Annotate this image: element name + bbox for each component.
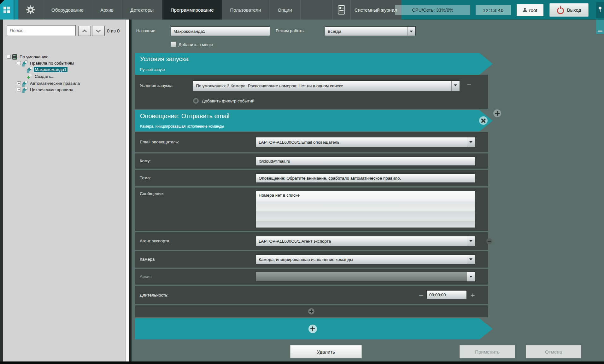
tree-item-cyclic-rules[interactable]: Циклические правила: [17, 86, 74, 93]
settings-gear-tab[interactable]: [18, 0, 43, 20]
journal-icon: [337, 5, 345, 15]
macro-tree-sidebar: 0 из 0 По умолчанию Правила по событиям …: [3, 20, 126, 361]
export-agent-row: Агент экспорта LAPTOP-A1L6J0C6/1.Агент э…: [135, 232, 488, 250]
current-user-button[interactable]: root: [517, 4, 543, 16]
tree-item-label[interactable]: Создать...: [34, 74, 56, 79]
cancel-button[interactable]: Отмена: [526, 345, 581, 358]
macro-name-input[interactable]: [171, 26, 270, 36]
expand-expander-icon[interactable]: [17, 81, 21, 85]
dropdown-arrow-icon[interactable]: [467, 137, 475, 147]
add-section-plus-icon[interactable]: [308, 325, 317, 333]
window-left-edge: [0, 20, 3, 361]
dropdown-arrow-icon[interactable]: [467, 255, 475, 264]
camera-label: Камера: [140, 257, 155, 262]
add-filter-label[interactable]: Добавить фильтр событий: [202, 99, 254, 103]
email-notifier-value: LAPTOP-A1L6J0C6/1.Email оповещатель: [256, 137, 467, 147]
tab-programming[interactable]: Программирование: [162, 0, 222, 20]
conditions-section-banner[interactable]: Условия запуска Ручной запуск: [135, 53, 493, 75]
add-to-menu-checkbox[interactable]: [171, 42, 176, 47]
mode-value: Всегда: [325, 27, 407, 36]
archive-row: Архив: [135, 269, 488, 285]
tab-detectors[interactable]: Детекторы: [122, 0, 162, 20]
tree-item-label-selected[interactable]: Макрокоманда1: [34, 67, 67, 72]
remove-export-agent-minus-icon[interactable]: [486, 238, 492, 244]
tree-item-event-rules[interactable]: Правила по событиям: [17, 60, 75, 66]
email-notifier-label: Email оповещатель:: [140, 140, 179, 144]
tab-archive[interactable]: Архив: [92, 0, 122, 20]
tab-equipment[interactable]: Оборудование: [43, 0, 92, 20]
macro-rule-icon: [22, 81, 27, 86]
message-textarea[interactable]: Номера нет в списке: [256, 191, 475, 228]
logo-accent-strip: [15, 0, 18, 20]
search-result-count: 0 из 0: [107, 28, 120, 33]
search-input[interactable]: [7, 25, 76, 36]
export-agent-dropdown[interactable]: LAPTOP-A1L6J0C6/1.Агент экспорта: [256, 236, 475, 246]
add-action-plus-icon[interactable]: [493, 109, 501, 117]
to-input[interactable]: [256, 156, 475, 166]
email-notifier-row: Email оповещатель: LAPTOP-A1L6J0C6/1.Ema…: [135, 132, 488, 152]
search-prev-button[interactable]: [78, 26, 91, 36]
action-title: Оповещение: Отправить email: [140, 113, 229, 120]
tree-item-label[interactable]: Автоматические правила: [29, 81, 81, 86]
user-name: root: [529, 8, 537, 13]
remove-condition-minus-icon[interactable]: −: [467, 82, 471, 88]
action-section-banner[interactable]: Оповещение: Отправить email Камера, иниц…: [135, 110, 493, 131]
tree-item-automatic-rules[interactable]: Автоматические правила: [17, 80, 81, 86]
app-logo[interactable]: [0, 0, 14, 20]
collapse-expander-icon[interactable]: [7, 55, 11, 59]
macro-rule-icon: [22, 87, 27, 92]
collapse-expander-icon[interactable]: [17, 61, 21, 65]
tree-item-macro1[interactable]: Макрокоманда1: [27, 66, 67, 72]
duration-input[interactable]: [426, 290, 467, 299]
user-icon: [523, 8, 527, 12]
condition-dropdown[interactable]: По умолчанию: 3.Камера: Распознавание но…: [193, 80, 460, 91]
sidebar-scrollbar[interactable]: [126, 20, 129, 361]
pin-panel-button[interactable]: [596, 2, 604, 18]
dropdown-arrow-icon[interactable]: [467, 236, 475, 246]
tree-item-default-server[interactable]: По умолчанию: [7, 54, 49, 60]
panel-splitter[interactable]: [129, 20, 132, 361]
tree-item-label[interactable]: По умолчанию: [19, 54, 49, 60]
duration-plus-icon[interactable]: +: [471, 292, 475, 298]
tab-options[interactable]: Опции: [269, 0, 300, 20]
search-prev-icon: [82, 30, 87, 34]
logout-button[interactable]: Выход: [549, 3, 589, 17]
archive-label: Архив: [140, 274, 152, 279]
search-next-button[interactable]: [92, 26, 105, 36]
expand-expander-icon[interactable]: [17, 88, 21, 91]
subject-input[interactable]: [256, 173, 475, 183]
dropdown-arrow-icon[interactable]: [451, 81, 460, 91]
close-action-x-icon[interactable]: [479, 116, 488, 125]
apply-button[interactable]: Применить: [460, 345, 515, 358]
to-label: Кому:: [140, 159, 151, 163]
duration-row: Длительность: − +: [135, 286, 488, 304]
mode-label: Режим работы: [276, 28, 304, 33]
dropdown-arrow-icon[interactable]: [467, 272, 475, 281]
conditions-subtitle: Ручной запуск: [140, 67, 165, 72]
macro-rule-icon: [22, 61, 27, 66]
tree-item-create-new[interactable]: Создать...: [27, 73, 56, 79]
email-notifier-dropdown[interactable]: LAPTOP-A1L6J0C6/1.Email оповещатель: [256, 137, 475, 147]
power-icon: [557, 7, 564, 14]
tree-item-label[interactable]: Циклические правила: [29, 87, 74, 92]
dropdown-arrow-icon[interactable]: [407, 27, 415, 36]
system-journal-button[interactable]: Системный журнал: [332, 0, 402, 20]
add-section-banner[interactable]: [135, 318, 493, 339]
mode-dropdown[interactable]: Всегда: [325, 26, 416, 36]
duration-minus-icon[interactable]: −: [419, 292, 423, 298]
condition-value: По умолчанию: 3.Камера: Распознавание но…: [193, 81, 451, 91]
conditions-title: Условия запуска: [140, 55, 189, 63]
camera-dropdown[interactable]: Камера, инициировавшая исполнение команд…: [256, 254, 475, 264]
camera-row: Камера Камера, инициировавшая исполнение…: [135, 251, 488, 268]
add-parameter-plus-icon[interactable]: [308, 308, 314, 315]
to-row: Кому:: [135, 153, 488, 169]
add-filter-plus-icon[interactable]: [193, 98, 199, 104]
macro-rule-icon: [27, 67, 32, 72]
collapse-panel-button[interactable]: [596, 20, 604, 34]
export-agent-value: LAPTOP-A1L6J0C6/1.Агент экспорта: [256, 236, 467, 246]
archive-dropdown[interactable]: [256, 272, 475, 282]
delete-button[interactable]: Удалить: [290, 345, 362, 358]
top-bar: Оборудование Архив Детекторы Программиро…: [0, 0, 604, 20]
tree-item-label[interactable]: Правила по событиям: [29, 61, 75, 66]
tab-users[interactable]: Пользователи: [222, 0, 269, 20]
